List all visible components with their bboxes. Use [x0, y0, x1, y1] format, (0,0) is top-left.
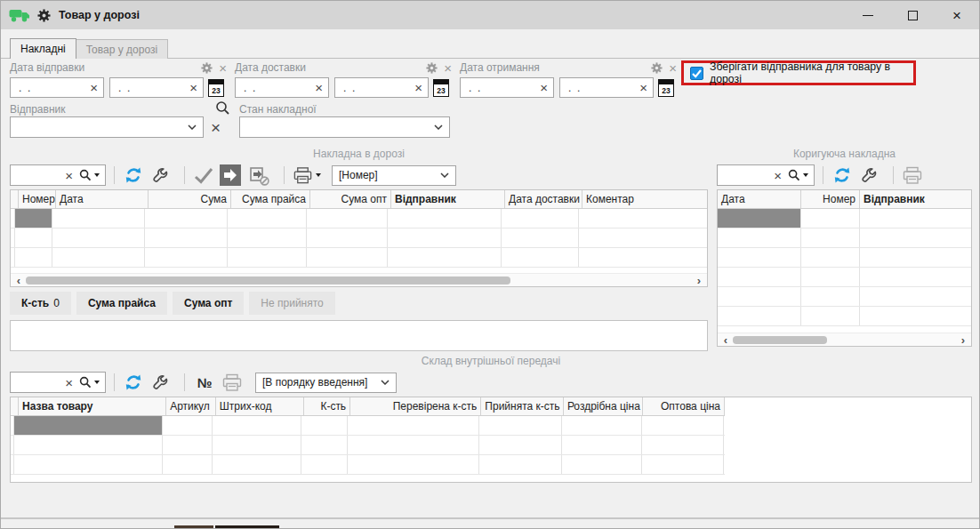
refresh-button[interactable]: [831, 164, 853, 186]
date-delivered-to-input[interactable]: . . ×: [334, 77, 429, 98]
sender-select[interactable]: [10, 116, 204, 138]
clear-icon[interactable]: ×: [540, 81, 548, 94]
print-button-disabled[interactable]: [221, 372, 243, 393]
keep-sender-checkbox[interactable]: [690, 67, 703, 80]
search-options-button[interactable]: [79, 169, 100, 181]
column-header[interactable]: Штрих-код: [216, 397, 305, 415]
settings-wrench-button[interactable]: [149, 372, 171, 393]
filter-clear-icon[interactable]: ×: [669, 61, 677, 75]
scroll-left-arrow[interactable]: ‹: [720, 333, 731, 347]
clear-icon[interactable]: ×: [189, 81, 197, 94]
column-header[interactable]: Роздрібна ціна: [564, 397, 644, 415]
clear-icon[interactable]: ×: [90, 81, 98, 94]
table-row[interactable]: [718, 287, 971, 307]
minimize-button[interactable]: [846, 1, 890, 29]
refresh-button[interactable]: [123, 372, 144, 393]
table-row[interactable]: [11, 228, 707, 248]
caret-down-icon: [94, 381, 100, 384]
calendar-button[interactable]: 23: [433, 79, 449, 97]
table-row[interactable]: [718, 209, 971, 228]
table-row[interactable]: [718, 268, 971, 287]
column-header[interactable]: Коментар: [582, 190, 707, 208]
table-row[interactable]: [11, 248, 707, 268]
clear-icon[interactable]: ×: [65, 169, 73, 182]
move-forward-button[interactable]: [220, 164, 241, 186]
group-by-select[interactable]: [Номер]: [332, 165, 456, 186]
tab-goods-in-transit[interactable]: Товар у дорозі: [76, 39, 168, 59]
column-header[interactable]: Номер: [19, 190, 56, 208]
qty-stat-button[interactable]: К-сть0: [10, 292, 71, 315]
search-icon[interactable]: [215, 100, 230, 116]
scrollbar-thumb[interactable]: [26, 277, 510, 285]
filter-gear-icon[interactable]: [426, 62, 438, 74]
column-header[interactable]: Дата доставки: [505, 190, 582, 208]
calendar-button[interactable]: 23: [658, 79, 674, 97]
print-button-disabled[interactable]: [902, 164, 923, 186]
table-row[interactable]: [11, 416, 725, 436]
clear-icon[interactable]: ×: [315, 81, 323, 94]
column-header[interactable]: Відправник: [860, 190, 971, 208]
column-header[interactable]: Назва товару: [19, 397, 166, 415]
table-row[interactable]: [11, 436, 725, 455]
column-header[interactable]: Сума: [149, 190, 231, 208]
table-row[interactable]: [11, 455, 725, 475]
clear-icon[interactable]: ×: [65, 376, 73, 389]
column-header[interactable]: Дата: [56, 190, 149, 208]
calendar-button[interactable]: 23: [208, 79, 224, 97]
accept-check-button[interactable]: [193, 164, 214, 186]
column-header[interactable]: Сума прайса: [231, 190, 310, 208]
column-header[interactable]: Дата: [718, 190, 801, 208]
close-button[interactable]: ×: [935, 1, 979, 29]
maximize-button[interactable]: [890, 1, 935, 29]
search-options-button[interactable]: [79, 376, 100, 389]
move-cancel-button[interactable]: [246, 164, 270, 186]
scroll-right-arrow[interactable]: ›: [694, 274, 704, 287]
date-sent-from-input[interactable]: . . ×: [10, 77, 104, 98]
column-header[interactable]: Сума опт: [310, 190, 391, 208]
price-sum-button[interactable]: Сума прайса: [76, 292, 167, 315]
filter-clear-icon[interactable]: ×: [219, 61, 227, 75]
refresh-button[interactable]: [123, 164, 144, 186]
filter-gear-icon[interactable]: [651, 62, 663, 74]
numbering-button[interactable]: №: [193, 375, 216, 390]
date-delivered-from-input[interactable]: . . ×: [235, 77, 329, 98]
invoice-state-select[interactable]: [239, 116, 450, 138]
column-header[interactable]: Артикул: [166, 397, 216, 415]
date-sent-label: Дата відправки: [10, 61, 195, 74]
correction-search-input[interactable]: ×: [717, 164, 815, 186]
table-row[interactable]: [718, 228, 971, 248]
settings-wrench-button[interactable]: [858, 164, 880, 186]
tab-invoices[interactable]: Накладні: [10, 38, 76, 59]
clear-icon[interactable]: ×: [414, 81, 422, 94]
not-accepted-button[interactable]: Не прийнято: [249, 292, 334, 315]
scroll-right-arrow[interactable]: ›: [958, 333, 968, 347]
date-received-from-input[interactable]: . . ×: [460, 77, 554, 98]
table-row[interactable]: [11, 209, 707, 228]
gear-icon[interactable]: [37, 9, 51, 22]
clear-icon[interactable]: ×: [774, 169, 782, 182]
scrollbar-thumb[interactable]: [733, 336, 827, 344]
print-button[interactable]: [293, 164, 321, 186]
order-by-select[interactable]: [В порядку введення]: [255, 373, 397, 393]
date-received-to-input[interactable]: . . ×: [559, 77, 654, 98]
bottom-divider: [1, 517, 979, 519]
scroll-left-arrow[interactable]: ‹: [13, 274, 24, 287]
column-header[interactable]: Оптова ціна: [643, 397, 725, 415]
column-header[interactable]: Номер: [801, 190, 860, 208]
table-row[interactable]: [718, 248, 971, 268]
filter-gear-icon[interactable]: [201, 62, 213, 74]
opt-sum-button[interactable]: Сума опт: [173, 292, 244, 315]
main-search-input[interactable]: ×: [10, 164, 106, 186]
column-header[interactable]: Прийнята к-сть: [481, 397, 564, 415]
sender-clear-button[interactable]: ×: [211, 119, 221, 136]
settings-wrench-button[interactable]: [149, 164, 171, 186]
column-header[interactable]: К-сть: [304, 397, 350, 415]
clear-icon[interactable]: ×: [639, 81, 647, 94]
column-header[interactable]: Відправник: [391, 190, 505, 208]
search-options-button[interactable]: [788, 169, 808, 181]
filter-clear-icon[interactable]: ×: [444, 61, 452, 75]
column-header[interactable]: Перевірена к-сть: [350, 397, 481, 415]
table-row[interactable]: [718, 307, 971, 326]
transfer-search-input[interactable]: ×: [10, 372, 106, 393]
date-sent-to-input[interactable]: . . ×: [109, 77, 204, 98]
